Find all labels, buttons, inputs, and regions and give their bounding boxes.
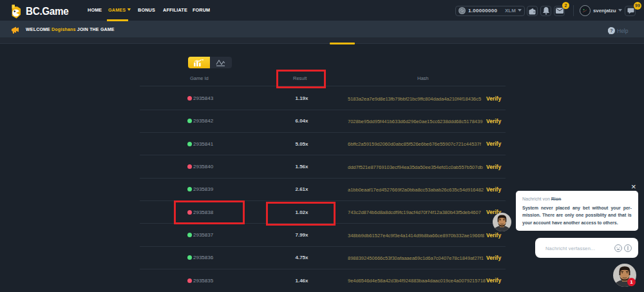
svg-text:?: ? bbox=[610, 28, 613, 34]
